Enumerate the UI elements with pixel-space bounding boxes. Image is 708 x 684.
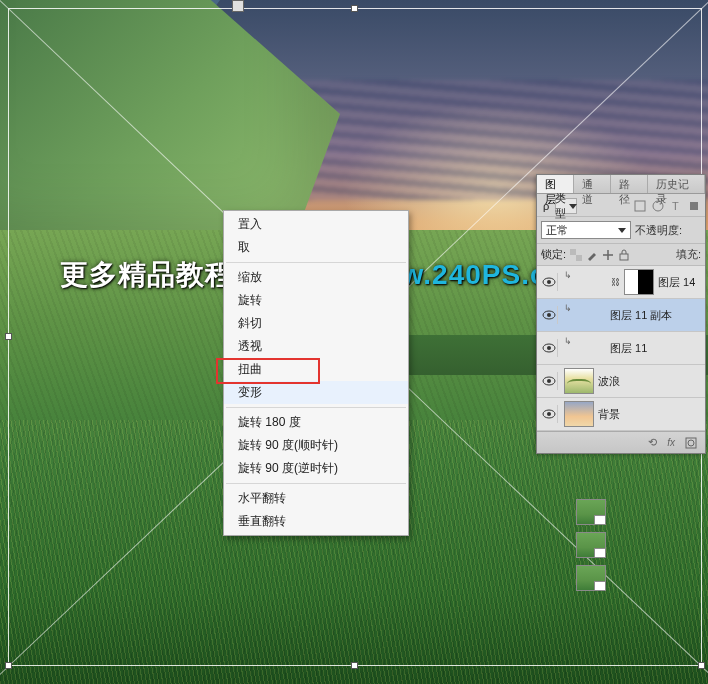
menu-item-旋转 90 度(顺时针)[interactable]: 旋转 90 度(顺时针) (224, 434, 408, 457)
svg-rect-6 (620, 254, 628, 260)
filter-kind-label: ρ (541, 200, 551, 212)
svg-point-12 (547, 346, 551, 350)
menu-item-旋转 90 度(逆时针)[interactable]: 旋转 90 度(逆时针) (224, 457, 408, 480)
menu-item-旋转 180 度[interactable]: 旋转 180 度 (224, 411, 408, 434)
menu-item-变形[interactable]: 变形 (224, 381, 408, 404)
lock-brush-icon[interactable] (586, 249, 598, 261)
svg-rect-0 (635, 201, 645, 211)
clip-indicator-icon: ↳ (564, 303, 572, 313)
warp-highlight-red-box (216, 358, 320, 384)
layer-fx-icon[interactable]: fx (667, 437, 675, 448)
lock-label: 锁定: (541, 247, 566, 262)
lock-transparent-icon[interactable] (570, 249, 582, 261)
layer-name[interactable]: 图层 11 (610, 341, 647, 356)
menu-item-水平翻转[interactable]: 水平翻转 (224, 487, 408, 510)
layer-thumbnail[interactable] (576, 499, 606, 525)
smart-object-icon (594, 581, 606, 591)
visibility-eye-icon[interactable] (540, 306, 558, 324)
visibility-eye-icon[interactable] (540, 405, 558, 423)
panel-tab-路径[interactable]: 路径 (611, 175, 648, 193)
chevron-down-icon (618, 228, 626, 233)
layer-list[interactable]: ↳⛓图层 14↳图层 11 副本↳图层 11波浪背景 (537, 266, 705, 431)
blend-mode-value: 正常 (546, 223, 568, 238)
filter-text-icon[interactable]: T (669, 199, 683, 213)
clip-indicator-icon: ↳ (564, 270, 572, 280)
lock-all-icon[interactable] (618, 249, 630, 261)
menu-separator (226, 407, 406, 408)
menu-item-旋转[interactable]: 旋转 (224, 289, 408, 312)
layer-name[interactable]: 背景 (598, 407, 620, 422)
layer-name[interactable]: 图层 14 (658, 275, 695, 290)
smart-object-icon (594, 515, 606, 525)
svg-point-18 (688, 440, 694, 446)
lock-position-icon[interactable] (602, 249, 614, 261)
panel-tab-通道[interactable]: 通道 (574, 175, 611, 193)
layer-row[interactable]: ↳图层 11 副本 (537, 299, 705, 332)
layer-name[interactable]: 图层 11 副本 (610, 308, 672, 323)
fill-label: 填充: (676, 247, 701, 262)
layer-row[interactable]: 波浪 (537, 365, 705, 398)
ruler-origin[interactable] (232, 0, 244, 12)
svg-point-14 (547, 379, 551, 383)
panel-tab-历史记录[interactable]: 历史记录 (648, 175, 705, 193)
lock-fill-row: 锁定: 填充: (537, 244, 705, 266)
smart-object-icon (594, 548, 606, 558)
menu-item-透视[interactable]: 透视 (224, 335, 408, 358)
filter-pixel-icon[interactable] (633, 199, 647, 213)
filter-type-label: 类型 (555, 191, 566, 221)
menu-item-置入[interactable]: 置入 (224, 213, 408, 236)
visibility-eye-icon[interactable] (540, 372, 558, 390)
menu-item-垂直翻转[interactable]: 垂直翻转 (224, 510, 408, 533)
svg-text:T: T (672, 200, 679, 212)
chevron-down-icon (569, 204, 577, 209)
layer-mask-thumbnail[interactable] (624, 269, 654, 295)
menu-separator (226, 483, 406, 484)
blend-opacity-row: 正常 不透明度: (537, 217, 705, 244)
filter-type-dropdown[interactable]: 类型 (555, 198, 577, 214)
menu-item-缩放[interactable]: 缩放 (224, 266, 408, 289)
svg-rect-4 (570, 249, 576, 255)
visibility-eye-icon[interactable] (540, 339, 558, 357)
mask-link-icon[interactable]: ⛓ (610, 277, 620, 287)
layer-thumbnail[interactable] (564, 401, 594, 427)
menu-item-取[interactable]: 取 (224, 236, 408, 259)
layer-row[interactable]: 背景 (537, 398, 705, 431)
layers-panel[interactable]: 图层通道路径历史记录 ρ 类型 T 正常 不透明度: 锁定: 填充: ↳⛓图层 … (536, 174, 706, 454)
menu-item-斜切[interactable]: 斜切 (224, 312, 408, 335)
visibility-eye-icon[interactable] (540, 273, 558, 291)
clip-indicator-icon: ↳ (564, 336, 572, 346)
link-layers-icon[interactable]: ⟲ (648, 436, 657, 449)
add-mask-icon[interactable] (685, 437, 697, 449)
filter-adjust-icon[interactable] (651, 199, 665, 213)
svg-rect-5 (576, 255, 582, 261)
layer-thumbnail[interactable] (576, 532, 606, 558)
blend-mode-select[interactable]: 正常 (541, 221, 631, 239)
menu-separator (226, 262, 406, 263)
svg-point-10 (547, 313, 551, 317)
layer-row[interactable]: ↳⛓图层 14 (537, 266, 705, 299)
layer-name[interactable]: 波浪 (598, 374, 620, 389)
filter-shape-icon[interactable] (687, 199, 701, 213)
svg-point-1 (653, 201, 663, 211)
layer-thumbnail[interactable] (576, 565, 606, 591)
svg-rect-3 (690, 202, 698, 210)
layers-panel-footer: ⟲ fx (537, 431, 705, 453)
layer-row[interactable]: ↳图层 11 (537, 332, 705, 365)
svg-point-16 (547, 412, 551, 416)
svg-point-8 (547, 280, 551, 284)
opacity-label: 不透明度: (635, 223, 682, 238)
layer-thumbnail[interactable] (564, 368, 594, 394)
